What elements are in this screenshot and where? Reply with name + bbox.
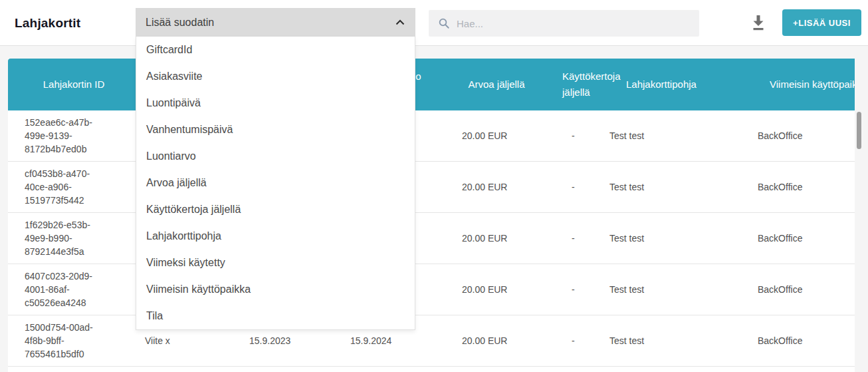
filter-option-lahjakorttipohja[interactable]: Lahjakorttipohja — [136, 223, 415, 250]
cell-last-place: BackOffice — [726, 180, 855, 194]
filter-option-arvoa-jaljella[interactable]: Arvoa jäljellä — [136, 170, 415, 196]
cell-value-left: 20.00 EUR — [447, 232, 546, 245]
filter-option-viimeisin-kayttopaikka[interactable]: Viimeisin käyttöpaikka — [136, 276, 415, 303]
cell-value-left: 20.00 EUR — [447, 334, 546, 347]
cell-last-place: BackOffice — [726, 283, 855, 296]
column-header-value-left: Arvoa jäljellä — [447, 77, 546, 93]
cell-last-place: BackOffice — [726, 129, 855, 142]
cell-uses-left: - — [546, 283, 609, 296]
column-header-template: Lahjakorttipohja — [609, 77, 726, 93]
filter-option-giftcardid[interactable]: GiftcardId — [136, 37, 415, 63]
cell-template: Test test — [609, 232, 726, 245]
cell-template: Test test — [609, 129, 726, 142]
page-title: Lahjakortit — [15, 0, 80, 46]
cell-template: Test test — [609, 334, 726, 347]
cell-valid-until: 15.9.2024 — [347, 334, 447, 347]
cell-customer-ref: Viite x — [140, 334, 241, 347]
filter-dropdown-toggle[interactable]: Lisää suodatin — [136, 8, 415, 37]
page-header: Lahjakortit +LISÄÄ UUSI — [0, 0, 868, 46]
filter-option-luontipaiva[interactable]: Luontipäivä — [136, 90, 415, 116]
filter-dropdown: Lisää suodatin GiftcardId Asiakasviite L… — [136, 8, 415, 330]
column-header-last-place: Viimeisin käyttöpaikka — [726, 77, 855, 93]
cell-giftcard-id: cf0453b8-a470-40ce-a906-1519773f5442 — [8, 167, 140, 207]
filter-option-kayttokertoja-jaljella[interactable]: Käyttökertoja jäljellä — [136, 196, 415, 223]
filter-option-tila[interactable]: Tila — [136, 303, 415, 329]
filter-option-viimeksi-kaytetty[interactable]: Viimeksi käytetty — [136, 250, 415, 276]
download-button[interactable] — [749, 13, 768, 33]
search-icon — [438, 17, 450, 29]
cell-uses-left: - — [546, 129, 609, 142]
column-header-uses-left: Käyttökertoja jäljellä — [546, 69, 609, 100]
cell-last-place: BackOffice — [726, 232, 855, 245]
filter-dropdown-label: Lisää suodatin — [146, 17, 395, 29]
giftcards-page: Lahjakortit +LISÄÄ UUSI Lahjakortin ID l… — [0, 0, 868, 372]
search-box[interactable] — [429, 10, 699, 37]
cell-template: Test test — [609, 283, 726, 296]
vertical-scrollbar[interactable] — [857, 112, 861, 149]
search-input[interactable] — [457, 18, 699, 29]
cell-giftcard-id: 1500d754-00ad-4f8b-9bff-7655461b5df0 — [8, 321, 140, 361]
filter-option-luontiarvo[interactable]: Luontiarvo — [136, 143, 415, 170]
cell-value-left: 20.00 EUR — [447, 180, 546, 194]
column-header-giftcard-id: Lahjakortin ID — [8, 77, 140, 93]
cell-template: Test test — [609, 180, 726, 194]
filter-option-vanhentumispaiva[interactable]: Vanhentumispäivä — [136, 116, 415, 143]
cell-uses-left: - — [546, 180, 609, 194]
cell-value-left: 20.00 EUR — [447, 283, 546, 296]
cell-value-left: 20.00 EUR — [447, 129, 546, 142]
filter-options-panel: GiftcardId Asiakasviite Luontipäivä Vanh… — [136, 37, 415, 330]
cell-uses-left: - — [546, 334, 609, 347]
cell-giftcard-id: 6407c023-20d9-4001-86af-c50526ea4248 — [8, 270, 140, 309]
add-new-button[interactable]: +LISÄÄ UUSI — [782, 9, 861, 36]
cell-uses-left: - — [546, 232, 609, 245]
cell-giftcard-id: 1f629b26-e53b-49e9-b990-8792144e3f5a — [8, 218, 140, 258]
chevron-up-icon — [395, 19, 405, 25]
cell-last-place: BackOffice — [726, 334, 855, 347]
cell-created-date: 15.9.2023 — [241, 334, 347, 347]
cell-giftcard-id: 152eae6c-a47b-499e-9139-8172b4b7ed0b — [8, 116, 140, 156]
filter-option-asiakasviite[interactable]: Asiakasviite — [136, 63, 415, 90]
download-icon — [750, 15, 766, 32]
